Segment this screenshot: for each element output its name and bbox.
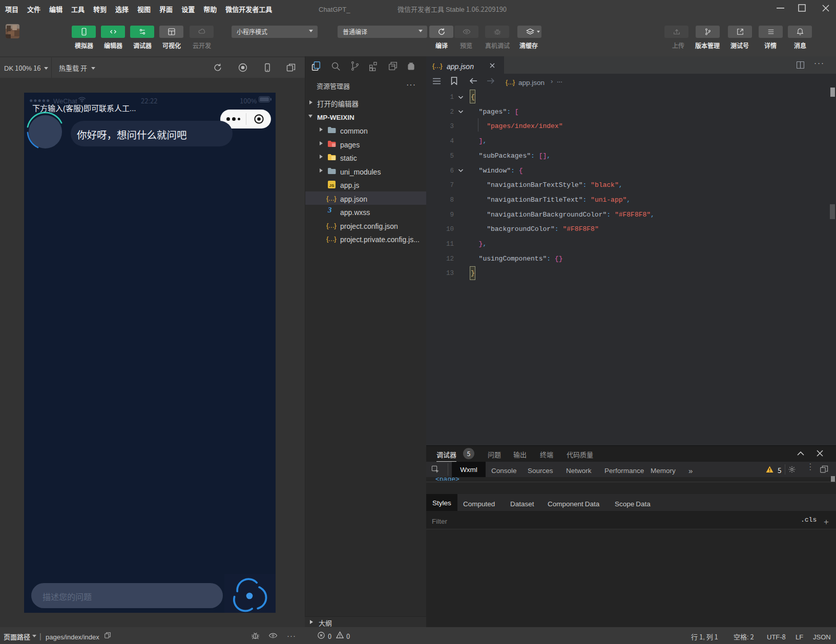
- svg-text:JS: JS: [329, 183, 335, 188]
